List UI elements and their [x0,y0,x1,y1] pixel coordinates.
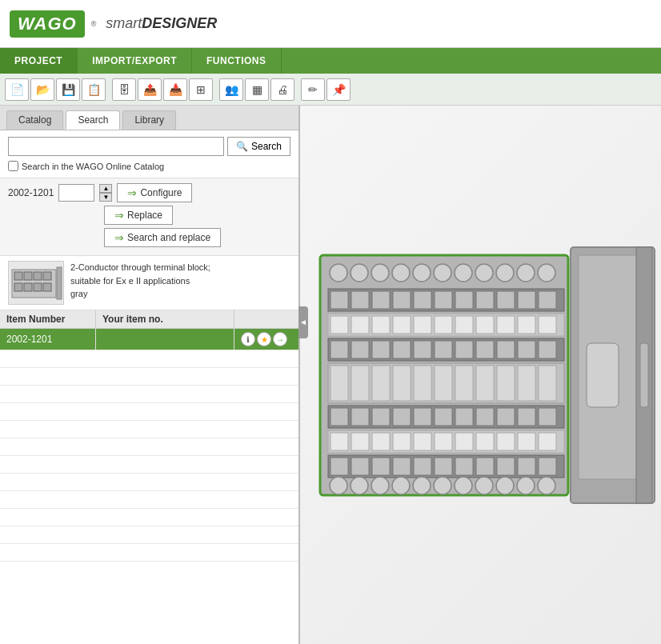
svg-rect-2 [24,272,32,280]
toolbar-print-btn[interactable]: 🖨 [270,78,294,101]
svg-point-14 [351,264,368,282]
svg-rect-77 [414,408,431,426]
svg-point-22 [517,264,535,282]
toolbar-saveas-btn[interactable]: 📋 [82,78,106,101]
nav-project[interactable]: PROJECT [0,48,78,74]
col-actions [234,310,298,328]
configure-area: 2002-1201 10 ▲ ▼ ⇒ Configure ⇒ Replace [0,178,298,256]
svg-point-15 [371,264,389,282]
svg-point-23 [538,264,555,282]
tab-search[interactable]: Search [66,110,120,130]
svg-rect-58 [518,341,535,358]
svg-rect-89 [414,433,431,450]
terminal-block-svg [316,239,660,511]
quantity-input[interactable]: 10 [58,184,94,202]
table-row[interactable]: 2002-1201 ℹ ★ → [0,329,298,350]
svg-rect-53 [414,341,431,358]
replace-button[interactable]: ⇒ Replace [104,206,173,225]
quantity-up-btn[interactable]: ▲ [99,184,112,193]
table-row-empty [0,386,298,403]
table-row-empty [0,456,298,474]
svg-rect-51 [372,341,390,358]
toolbar-barcode-btn[interactable]: ▦ [245,78,269,101]
svg-rect-66 [435,366,452,401]
svg-rect-3 [34,272,42,280]
toolbar-db-btn[interactable]: 🗄 [112,78,136,101]
toolbar-save-btn[interactable]: 💾 [56,78,80,101]
svg-rect-88 [393,433,411,450]
svg-rect-67 [455,366,473,401]
toolbar-table-btn[interactable]: ⊞ [189,78,213,101]
svg-point-21 [496,264,514,282]
svg-point-111 [392,477,410,494]
svg-rect-4 [43,272,51,280]
configure-button[interactable]: ⇒ Configure [117,183,192,202]
table-row-empty [0,474,298,491]
svg-rect-28 [393,291,411,309]
svg-rect-76 [393,408,411,426]
svg-rect-45 [497,316,515,334]
svg-rect-30 [435,291,452,309]
tab-catalog[interactable]: Catalog [6,110,63,130]
svg-point-20 [475,264,493,282]
svg-point-108 [330,477,347,494]
svg-rect-49 [330,341,348,358]
viz-area [300,106,661,644]
search-area: 2002-1201 🔍 Search Search in the WAGO On… [0,130,298,178]
search-button[interactable]: 🔍 Search [227,137,290,156]
svg-rect-73 [330,408,348,426]
online-catalog-checkbox[interactable] [8,161,18,171]
svg-rect-70 [518,366,535,401]
svg-rect-31 [455,291,473,309]
app-header: WAGO® smartDESIGNER [0,0,661,48]
svg-rect-63 [372,366,390,401]
toolbar-persons-btn[interactable]: 👥 [219,78,243,101]
table-row-empty [0,350,298,368]
svg-point-17 [413,264,431,282]
svg-rect-81 [497,408,515,426]
svg-rect-97 [330,458,348,475]
tab-library[interactable]: Library [122,110,176,130]
nav-import-export[interactable]: IMPORT/EXPORT [78,48,192,74]
goto-icon[interactable]: → [273,332,287,346]
search-input[interactable]: 2002-1201 [8,137,224,156]
items-table: Item Number Your item no. 2002-1201 ℹ ★ … [0,310,298,644]
favorite-icon[interactable]: ★ [257,332,271,346]
svg-rect-35 [539,291,556,309]
svg-rect-64 [393,366,411,401]
toolbar-export-btn[interactable]: 📤 [138,78,162,101]
replace-icon: ⇒ [114,209,124,222]
info-icon[interactable]: ℹ [241,332,255,346]
cell-your-item [96,329,234,350]
svg-rect-123 [640,343,648,407]
svg-rect-106 [518,458,535,475]
configure-icon: ⇒ [127,186,137,199]
svg-rect-55 [455,341,473,358]
svg-rect-87 [372,433,390,450]
svg-rect-39 [372,316,390,334]
svg-rect-25 [330,291,348,309]
svg-rect-46 [518,316,535,334]
svg-rect-50 [351,341,369,358]
search-replace-button[interactable]: ⇒ Search and replace [104,228,221,247]
svg-rect-33 [497,291,515,309]
search-icon: 🔍 [236,141,248,152]
svg-rect-83 [539,408,556,426]
toolbar-import-btn[interactable]: 📥 [163,78,187,101]
toolbar-edit-btn[interactable]: ✏ [301,78,325,101]
panel-collapse-handle[interactable]: ◄ [298,306,308,338]
table-row-empty [0,544,298,562]
search-replace-icon: ⇒ [114,231,124,244]
svg-rect-65 [414,366,431,401]
svg-rect-54 [435,341,452,358]
svg-rect-38 [351,316,369,334]
svg-point-118 [538,477,555,494]
product-description: 2-Conductor through terminal block; suit… [0,256,298,310]
toolbar-pin-btn[interactable]: 📌 [326,78,351,101]
svg-rect-98 [351,458,369,475]
toolbar-new-btn[interactable]: 📄 [5,78,29,101]
svg-rect-32 [476,291,494,309]
quantity-down-btn[interactable]: ▼ [99,193,112,202]
toolbar-open-btn[interactable]: 📂 [30,78,54,101]
nav-functions[interactable]: FUNCTIONS [192,48,282,74]
